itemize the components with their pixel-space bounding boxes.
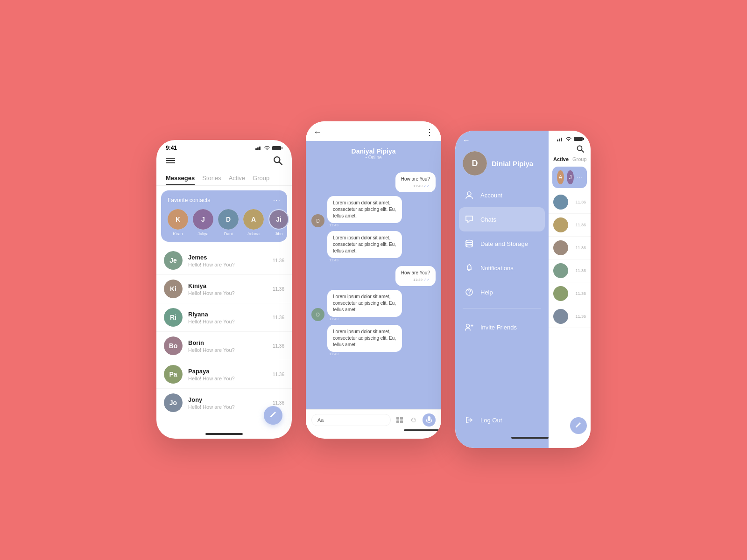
fav-name-dani: Dani [224, 231, 233, 236]
right-tab-group[interactable]: Group [572, 156, 587, 162]
fav-item-kiran[interactable]: K Kiran [168, 209, 188, 236]
check-icon-4: ✓✓ [423, 277, 430, 282]
chat-time-papaya: 11.36 [273, 372, 284, 377]
back-arrow-chat[interactable]: ← [313, 127, 322, 137]
message-3: Lorem ipsum dolor sit amet, consectetur … [311, 231, 436, 262]
menu-item-date-storage[interactable]: Date and Storage [459, 231, 545, 256]
right-avatar-3 [553, 240, 568, 255]
chat-avatar-papaya: Pa [164, 365, 183, 384]
msg-bubble-3: Lorem ipsum dolor sit amet, consectetur … [327, 231, 402, 262]
compose-fab-button[interactable] [264, 406, 282, 425]
fav-item-adana[interactable]: A Adana [243, 209, 264, 236]
grid-icon[interactable] [395, 415, 405, 425]
menu-username: Dinial Pipiya [492, 160, 533, 168]
check-icon-1: ✓✓ [423, 183, 430, 189]
right-fav-more[interactable]: ··· [577, 174, 582, 181]
right-time-1: 11.36 [575, 200, 586, 204]
menu-item-chats[interactable]: Chats [459, 207, 545, 231]
chat-time-jemes: 11.36 [273, 258, 284, 263]
right-search[interactable] [549, 143, 591, 154]
tab-messages[interactable]: Messeges [166, 172, 195, 185]
chat-item-papaya[interactable]: Pa Papaya Hello! How are You? 11.36 [156, 360, 292, 389]
right-fav-avatar-1: A [557, 170, 564, 184]
fav-item-dani[interactable]: D Dani [218, 209, 239, 236]
right-chat-4[interactable]: 11.36 [549, 259, 591, 282]
menu-item-account[interactable]: Account [459, 183, 545, 207]
more-menu-chat[interactable]: ⋮ [425, 127, 434, 137]
microphone-icon[interactable] [423, 413, 436, 427]
right-chat-2[interactable]: 11.36 [549, 214, 591, 237]
logout-section: Log Out [455, 409, 549, 441]
chat-item-jemes[interactable]: Je Jemes Hello! How are You? 11.36 [156, 246, 292, 275]
message-6: Lorem ipsum dolor sit amet, consectetur … [311, 325, 436, 356]
msg-time-4: 11:49 [413, 277, 423, 282]
chat-avatar-riyana: Ri [164, 308, 183, 327]
menu-item-help[interactable]: Help [459, 280, 545, 304]
menu-panel: ← D Dinial Pipiya Account [455, 131, 549, 448]
scene: 9:41 [0, 0, 747, 560]
invite-friends-item[interactable]: Invite Friends [459, 316, 545, 338]
chat-time-riyana: 11.36 [273, 315, 284, 320]
tab-stories[interactable]: Stories [202, 172, 221, 185]
right-chat-5[interactable]: 11.36 [549, 282, 591, 305]
right-time-6: 11.36 [575, 314, 586, 319]
chat-preview-kiniya: Hello! How are You? [188, 290, 267, 296]
msg-text-5: Lorem ipsum dolor sit amet, consectetur … [327, 290, 402, 317]
right-avatar-6 [553, 309, 568, 324]
chat-info-kiniya: Kiniya Hello! How are You? [188, 282, 267, 296]
hamburger-icon[interactable] [166, 156, 175, 167]
msg-bubble-4: How are You? 11:49 ✓✓ [395, 266, 436, 286]
right-avatar-1 [553, 195, 568, 210]
chat-name-kiniya: Kiniya [188, 282, 267, 289]
back-arrow-menu[interactable]: ← [463, 136, 470, 145]
search-icon-1[interactable] [273, 156, 282, 167]
right-fab-button[interactable] [570, 417, 587, 434]
chat-item-riyana[interactable]: Ri Riyana Hello! How are You? 11.36 [156, 303, 292, 332]
message-input[interactable] [311, 414, 391, 426]
chat-info-riyana: Riyana Hello! How are You? [188, 311, 267, 324]
tab-active[interactable]: Active [229, 172, 245, 185]
msg-time-3: 11:49 [329, 258, 338, 262]
fav-item-jibo[interactable]: Ji Jibo [268, 209, 289, 236]
right-tabs: Active Group [549, 154, 591, 164]
chat-preview-jemes: Hello! How are You? [188, 262, 267, 267]
menu-label-help: Help [480, 289, 493, 296]
chat-item-borin[interactable]: Bo Borin Hello! How are You? 11.36 [156, 332, 292, 360]
svg-rect-32 [574, 137, 583, 141]
msg-text-4: How are You? [401, 270, 430, 275]
svg-rect-29 [559, 139, 560, 141]
svg-point-20 [466, 245, 472, 247]
notifications-icon [463, 261, 476, 274]
emoji-icon[interactable]: ☺ [409, 415, 419, 425]
message-5: D Lorem ipsum dolor sit amet, consectetu… [311, 290, 436, 321]
chat-info-borin: Borin Hello! How are You? [188, 339, 267, 353]
svg-point-3 [267, 149, 268, 150]
right-time-4: 11.36 [575, 268, 586, 273]
right-chat-list: 11.36 11.36 11.36 11.36 11.36 [549, 191, 591, 448]
logout-button[interactable]: Log Out [459, 409, 545, 431]
message-1: How are You? 11:49 ✓✓ [311, 172, 436, 192]
right-tab-active[interactable]: Active [553, 156, 569, 162]
menu-item-notifications[interactable]: Notifications [459, 256, 545, 280]
fav-name-jibo: Jibo [275, 231, 283, 236]
right-chat-3[interactable]: 11.36 [549, 237, 591, 259]
svg-rect-4 [272, 146, 281, 150]
date-storage-icon [463, 237, 476, 250]
svg-rect-33 [583, 138, 584, 140]
svg-point-23 [469, 294, 470, 294]
chat-header-center: Daniyal Pipiya • Online [352, 147, 396, 160]
msg-bubble-1: How are You? 11:49 ✓✓ [395, 172, 436, 192]
chat-info-jemes: Jemes Hello! How are You? [188, 254, 267, 267]
favorites-more[interactable]: ··· [273, 196, 281, 204]
right-avatar-5 [553, 286, 568, 301]
home-indicator-2 [404, 429, 441, 431]
right-chat-6[interactable]: 11.36 [549, 305, 591, 328]
msg-text-1: How are You? [401, 176, 430, 182]
right-signal-icon [557, 137, 564, 141]
right-chat-1[interactable]: 11.36 [549, 191, 591, 214]
tabs-row-1: Messeges Stories Active Group [156, 172, 292, 186]
fav-item-juliya[interactable]: J Juliya [193, 209, 213, 236]
chat-item-kiniya[interactable]: Ki Kiniya Hello! How are You? 11.36 [156, 275, 292, 303]
tab-group[interactable]: Group [253, 172, 269, 185]
account-icon [463, 189, 476, 202]
